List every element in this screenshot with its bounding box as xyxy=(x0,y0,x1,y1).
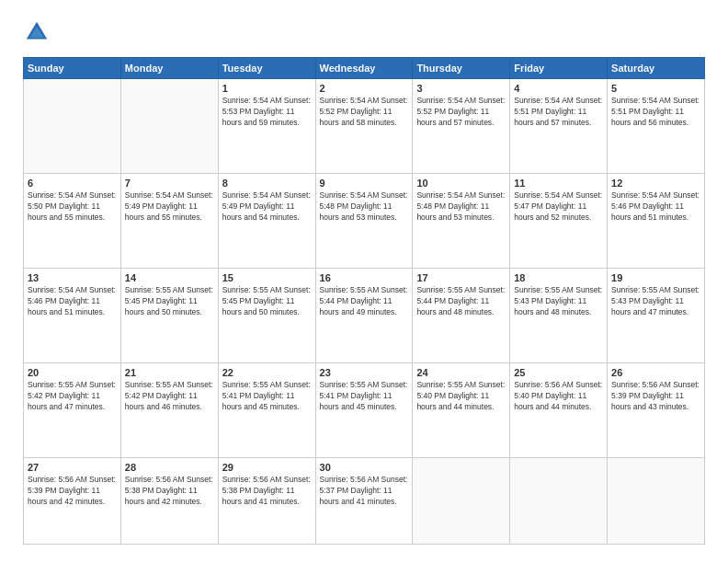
calendar-cell: 14Sunrise: 5:55 AM Sunset: 5:45 PM Dayli… xyxy=(120,269,218,363)
calendar-cell: 29Sunrise: 5:56 AM Sunset: 5:38 PM Dayli… xyxy=(218,458,315,545)
cell-content: Sunrise: 5:54 AM Sunset: 5:48 PM Dayligh… xyxy=(416,190,506,224)
day-number: 17 xyxy=(416,272,506,283)
cell-content: Sunrise: 5:55 AM Sunset: 5:44 PM Dayligh… xyxy=(416,285,506,318)
day-number: 1 xyxy=(222,83,312,94)
cell-content: Sunrise: 5:54 AM Sunset: 5:49 PM Dayligh… xyxy=(222,190,312,224)
day-number: 26 xyxy=(611,367,700,378)
calendar-cell: 25Sunrise: 5:56 AM Sunset: 5:40 PM Dayli… xyxy=(510,363,608,458)
calendar-cell: 21Sunrise: 5:55 AM Sunset: 5:42 PM Dayli… xyxy=(120,363,218,458)
calendar-cell: 27Sunrise: 5:56 AM Sunset: 5:39 PM Dayli… xyxy=(24,458,121,545)
cell-content: Sunrise: 5:55 AM Sunset: 5:43 PM Dayligh… xyxy=(514,285,603,318)
calendar-cell: 9Sunrise: 5:54 AM Sunset: 5:48 PM Daylig… xyxy=(315,174,413,269)
cell-content: Sunrise: 5:55 AM Sunset: 5:42 PM Dayligh… xyxy=(28,380,117,413)
cell-content: Sunrise: 5:55 AM Sunset: 5:45 PM Dayligh… xyxy=(222,285,312,318)
day-number: 19 xyxy=(611,272,700,283)
logo xyxy=(23,18,56,46)
calendar-cell: 12Sunrise: 5:54 AM Sunset: 5:46 PM Dayli… xyxy=(608,174,705,269)
cell-content: Sunrise: 5:54 AM Sunset: 5:53 PM Dayligh… xyxy=(222,96,312,129)
day-number: 4 xyxy=(514,83,603,94)
day-number: 2 xyxy=(320,83,409,94)
calendar-cell: 19Sunrise: 5:55 AM Sunset: 5:43 PM Dayli… xyxy=(608,269,705,363)
day-number: 8 xyxy=(222,178,312,189)
day-number: 10 xyxy=(416,178,506,189)
calendar-cell: 7Sunrise: 5:54 AM Sunset: 5:49 PM Daylig… xyxy=(120,174,218,269)
calendar-week-row: 1Sunrise: 5:54 AM Sunset: 5:53 PM Daylig… xyxy=(24,79,705,174)
day-number: 28 xyxy=(125,462,214,473)
day-number: 24 xyxy=(416,367,506,378)
col-header-friday: Friday xyxy=(510,58,608,79)
day-number: 20 xyxy=(28,367,117,378)
day-number: 16 xyxy=(320,272,409,283)
col-header-saturday: Saturday xyxy=(608,58,705,79)
calendar-cell: 30Sunrise: 5:56 AM Sunset: 5:37 PM Dayli… xyxy=(315,458,413,545)
calendar-cell: 3Sunrise: 5:54 AM Sunset: 5:52 PM Daylig… xyxy=(413,79,510,174)
cell-content: Sunrise: 5:55 AM Sunset: 5:44 PM Dayligh… xyxy=(320,285,409,318)
col-header-thursday: Thursday xyxy=(413,58,510,79)
calendar-cell: 17Sunrise: 5:55 AM Sunset: 5:44 PM Dayli… xyxy=(413,269,510,363)
day-number: 21 xyxy=(125,367,214,378)
cell-content: Sunrise: 5:56 AM Sunset: 5:38 PM Dayligh… xyxy=(222,475,312,508)
cell-content: Sunrise: 5:55 AM Sunset: 5:45 PM Dayligh… xyxy=(125,285,214,318)
cell-content: Sunrise: 5:56 AM Sunset: 5:39 PM Dayligh… xyxy=(28,475,117,508)
calendar-cell: 22Sunrise: 5:55 AM Sunset: 5:41 PM Dayli… xyxy=(218,363,315,458)
day-number: 27 xyxy=(28,462,117,473)
calendar-cell xyxy=(413,458,510,545)
calendar-cell xyxy=(120,79,218,174)
calendar-cell xyxy=(608,458,705,545)
cell-content: Sunrise: 5:54 AM Sunset: 5:50 PM Dayligh… xyxy=(28,190,117,224)
day-number: 29 xyxy=(222,462,312,473)
calendar-cell: 5Sunrise: 5:54 AM Sunset: 5:51 PM Daylig… xyxy=(608,79,705,174)
cell-content: Sunrise: 5:54 AM Sunset: 5:52 PM Dayligh… xyxy=(416,96,506,129)
calendar-cell: 6Sunrise: 5:54 AM Sunset: 5:50 PM Daylig… xyxy=(24,174,121,269)
col-header-sunday: Sunday xyxy=(24,58,121,79)
calendar-week-row: 6Sunrise: 5:54 AM Sunset: 5:50 PM Daylig… xyxy=(24,174,705,269)
calendar-cell: 26Sunrise: 5:56 AM Sunset: 5:39 PM Dayli… xyxy=(608,363,705,458)
cell-content: Sunrise: 5:56 AM Sunset: 5:40 PM Dayligh… xyxy=(514,380,603,413)
day-number: 15 xyxy=(222,272,312,283)
cell-content: Sunrise: 5:55 AM Sunset: 5:41 PM Dayligh… xyxy=(320,380,409,413)
cell-content: Sunrise: 5:54 AM Sunset: 5:46 PM Dayligh… xyxy=(28,285,117,318)
cell-content: Sunrise: 5:56 AM Sunset: 5:37 PM Dayligh… xyxy=(320,475,409,508)
header xyxy=(23,18,705,46)
cell-content: Sunrise: 5:55 AM Sunset: 5:42 PM Dayligh… xyxy=(125,380,214,413)
calendar-header-row: SundayMondayTuesdayWednesdayThursdayFrid… xyxy=(24,58,705,79)
day-number: 7 xyxy=(125,178,214,189)
cell-content: Sunrise: 5:55 AM Sunset: 5:40 PM Dayligh… xyxy=(416,380,506,413)
calendar-week-row: 20Sunrise: 5:55 AM Sunset: 5:42 PM Dayli… xyxy=(24,363,705,458)
day-number: 22 xyxy=(222,367,312,378)
calendar-cell: 8Sunrise: 5:54 AM Sunset: 5:49 PM Daylig… xyxy=(218,174,315,269)
calendar-cell: 11Sunrise: 5:54 AM Sunset: 5:47 PM Dayli… xyxy=(510,174,608,269)
calendar-cell: 1Sunrise: 5:54 AM Sunset: 5:53 PM Daylig… xyxy=(218,79,315,174)
day-number: 6 xyxy=(28,178,117,189)
day-number: 14 xyxy=(125,272,214,283)
cell-content: Sunrise: 5:54 AM Sunset: 5:52 PM Dayligh… xyxy=(320,96,409,129)
cell-content: Sunrise: 5:55 AM Sunset: 5:41 PM Dayligh… xyxy=(222,380,312,413)
cell-content: Sunrise: 5:56 AM Sunset: 5:39 PM Dayligh… xyxy=(611,380,700,413)
logo-icon xyxy=(23,18,51,46)
calendar-cell xyxy=(510,458,608,545)
day-number: 3 xyxy=(416,83,506,94)
calendar-week-row: 13Sunrise: 5:54 AM Sunset: 5:46 PM Dayli… xyxy=(24,269,705,363)
cell-content: Sunrise: 5:54 AM Sunset: 5:47 PM Dayligh… xyxy=(514,190,603,224)
cell-content: Sunrise: 5:54 AM Sunset: 5:46 PM Dayligh… xyxy=(611,190,700,224)
calendar-cell: 28Sunrise: 5:56 AM Sunset: 5:38 PM Dayli… xyxy=(120,458,218,545)
calendar-cell: 2Sunrise: 5:54 AM Sunset: 5:52 PM Daylig… xyxy=(315,79,413,174)
calendar-cell: 20Sunrise: 5:55 AM Sunset: 5:42 PM Dayli… xyxy=(24,363,121,458)
day-number: 23 xyxy=(320,367,409,378)
cell-content: Sunrise: 5:54 AM Sunset: 5:49 PM Dayligh… xyxy=(125,190,214,224)
calendar-cell: 18Sunrise: 5:55 AM Sunset: 5:43 PM Dayli… xyxy=(510,269,608,363)
day-number: 25 xyxy=(514,367,603,378)
cell-content: Sunrise: 5:54 AM Sunset: 5:51 PM Dayligh… xyxy=(611,96,700,129)
calendar-cell: 24Sunrise: 5:55 AM Sunset: 5:40 PM Dayli… xyxy=(413,363,510,458)
cell-content: Sunrise: 5:54 AM Sunset: 5:48 PM Dayligh… xyxy=(320,190,409,224)
col-header-tuesday: Tuesday xyxy=(218,58,315,79)
day-number: 12 xyxy=(611,178,700,189)
day-number: 5 xyxy=(611,83,700,94)
col-header-wednesday: Wednesday xyxy=(315,58,413,79)
day-number: 30 xyxy=(320,462,409,473)
day-number: 18 xyxy=(514,272,603,283)
calendar-cell: 13Sunrise: 5:54 AM Sunset: 5:46 PM Dayli… xyxy=(24,269,121,363)
calendar-cell: 10Sunrise: 5:54 AM Sunset: 5:48 PM Dayli… xyxy=(413,174,510,269)
cell-content: Sunrise: 5:55 AM Sunset: 5:43 PM Dayligh… xyxy=(611,285,700,318)
calendar-cell: 16Sunrise: 5:55 AM Sunset: 5:44 PM Dayli… xyxy=(315,269,413,363)
